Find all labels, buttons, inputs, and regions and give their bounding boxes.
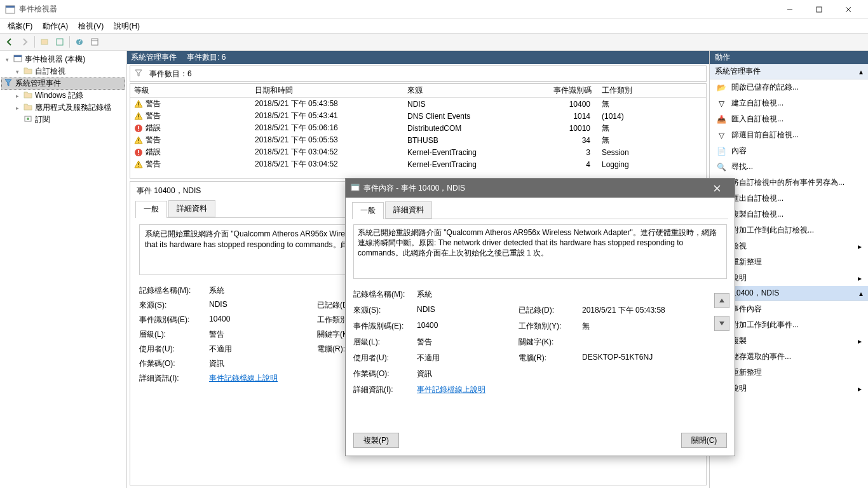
dlg-link-moreinfo[interactable]: 事件記錄檔線上說明: [417, 385, 485, 394]
dialog-close-button-bottom[interactable]: 關閉(C): [681, 433, 727, 448]
dlg-label-level: 層級(L):: [353, 337, 417, 348]
collapse-icon[interactable]: ▴: [859, 289, 863, 298]
window-minimize-button[interactable]: [775, 0, 804, 19]
toolbar: ?: [0, 33, 868, 51]
tree-root[interactable]: ▾ 事件檢視器 (本機): [1, 53, 125, 65]
filter-bar: 事件數目：6: [130, 65, 707, 82]
menu-file[interactable]: 檔案(F): [3, 20, 37, 33]
menu-view[interactable]: 檢視(V): [73, 20, 109, 33]
dialog-next-button[interactable]: [714, 316, 729, 331]
dialog-prev-button[interactable]: [714, 293, 729, 308]
folder-icon: [24, 90, 32, 101]
svg-point-15: [27, 118, 29, 120]
action-item[interactable]: 📄內容: [710, 143, 868, 159]
action-icon: 📄: [716, 146, 726, 156]
event-row[interactable]: 警告2018/5/21 下午 03:04:52Kernel-EventTraci…: [130, 158, 706, 170]
toolbar-help-button[interactable]: ?: [72, 35, 86, 49]
svg-rect-22: [138, 130, 139, 131]
svg-rect-6: [41, 39, 48, 44]
col-date[interactable]: 日期和時間: [251, 84, 403, 97]
dlg-value-source: NDIS: [417, 305, 519, 316]
dlg-value-taskcat: 無: [582, 321, 708, 332]
event-row[interactable]: 錯誤2018/5/21 下午 05:06:16DistributedCOM100…: [130, 122, 706, 134]
dlg-value-eventid: 10400: [417, 321, 519, 332]
event-properties-dialog: 事件內容 - 事件 10400，NDIS 一般 詳細資料 系統已開始重設網路介面…: [345, 178, 735, 456]
svg-rect-24: [138, 142, 139, 142]
action-item[interactable]: 🔍尋找...: [710, 159, 868, 175]
dlg-value-opcode: 資訊: [417, 369, 519, 379]
link-moreinfo[interactable]: 事件記錄檔線上說明: [209, 374, 278, 383]
col-level[interactable]: 等級: [130, 84, 251, 97]
actions-header: 動作: [710, 51, 868, 64]
action-item[interactable]: ▽建立自訂檢視...: [710, 95, 868, 111]
menu-action[interactable]: 動作(A): [37, 20, 73, 33]
action-icon: ▽: [716, 130, 726, 140]
event-row[interactable]: 警告2018/5/21 下午 05:43:58NDIS10400無: [130, 98, 706, 110]
navigation-tree: ▾ 事件檢視器 (本機) ▾ 自訂檢視 系統管理事件 ▸ Windows 記錄 …: [0, 51, 127, 488]
action-item[interactable]: 📥匯入自訂檢視...: [710, 111, 868, 127]
window-titlebar: 事件檢視器: [0, 0, 868, 19]
tab-general[interactable]: 一般: [135, 201, 167, 218]
svg-rect-7: [57, 39, 63, 45]
dlg-label-eventid: 事件識別碼(E):: [353, 321, 417, 332]
warning-icon: [134, 112, 143, 121]
action-item[interactable]: 📂開啟已儲存的記錄...: [710, 79, 868, 95]
event-grid: 等級 日期和時間 來源 事件識別碼 工作類別 警告2018/5/21 下午 05…: [130, 83, 707, 179]
toolbar-view-button[interactable]: [88, 35, 102, 49]
dialog-close-button[interactable]: [704, 179, 729, 198]
dialog-tab-details[interactable]: 詳細資料: [385, 201, 432, 219]
menubar: 檔案(F) 動作(A) 檢視(V) 說明(H): [0, 19, 868, 33]
subscription-icon: [24, 114, 32, 125]
event-row[interactable]: 警告2018/5/21 下午 05:05:53BTHUSB34無: [130, 134, 706, 146]
filter-icon: [4, 78, 13, 89]
dlg-label-user: 使用者(U):: [353, 353, 417, 363]
dialog-title: 事件內容 - 事件 10400，NDIS: [363, 183, 704, 194]
filter-icon[interactable]: [134, 69, 143, 79]
event-row[interactable]: 警告2018/5/21 下午 05:43:41DNS Client Events…: [130, 110, 706, 122]
folder-icon: [24, 102, 32, 113]
dialog-copy-button[interactable]: 複製(P): [353, 433, 399, 448]
folder-icon: [24, 66, 32, 77]
action-icon: 📥: [716, 114, 726, 125]
collapse-icon[interactable]: ▴: [859, 67, 863, 76]
tree-app-service-logs[interactable]: ▸ 應用程式及服務記錄檔: [1, 102, 125, 114]
dlg-label-keywords: 關鍵字(K):: [519, 337, 582, 348]
dlg-value-computer: DESKTOP-51KT6NJ: [582, 353, 708, 363]
nav-forward-button[interactable]: [18, 35, 32, 49]
svg-rect-26: [138, 150, 139, 153]
action-item[interactable]: ▽篩選目前自訂檢視...: [710, 127, 868, 143]
action-icon: 📂: [716, 83, 726, 93]
svg-rect-17: [138, 105, 139, 106]
tree-custom-views[interactable]: ▾ 自訂檢視: [1, 65, 125, 78]
col-task-category[interactable]: 工作類別: [594, 84, 683, 97]
actions-section-admin: 系統管理事件 ▴: [710, 64, 868, 79]
svg-rect-16: [138, 102, 139, 105]
chevron-right-icon: ▸: [858, 384, 862, 393]
toolbar-properties-button[interactable]: [37, 35, 51, 49]
col-source[interactable]: 來源: [403, 84, 550, 97]
svg-rect-23: [138, 139, 139, 141]
event-grid-header: 等級 日期和時間 來源 事件識別碼 工作類別: [130, 84, 706, 98]
app-icon: [5, 4, 15, 15]
menu-help[interactable]: 說明(H): [109, 20, 145, 33]
toolbar-refresh-button[interactable]: [53, 35, 67, 49]
dlg-value-user: 不適用: [417, 353, 519, 363]
event-row[interactable]: 錯誤2018/5/21 下午 03:04:52Kernel-EventTraci…: [130, 146, 706, 158]
value-logname: 系統: [209, 285, 317, 296]
warning-icon: [134, 160, 143, 169]
tab-details[interactable]: 詳細資料: [168, 200, 215, 217]
col-event-id[interactable]: 事件識別碼: [550, 84, 594, 97]
svg-rect-31: [351, 184, 359, 186]
svg-rect-19: [138, 118, 139, 118]
dialog-tab-general[interactable]: 一般: [352, 202, 384, 219]
nav-back-button[interactable]: [3, 35, 17, 49]
tree-admin-events[interactable]: 系統管理事件: [1, 78, 125, 90]
svg-rect-13: [14, 55, 22, 57]
window-close-button[interactable]: [834, 0, 863, 19]
window-maximize-button[interactable]: [804, 0, 834, 19]
window-title: 事件檢視器: [19, 4, 775, 15]
tree-windows-logs[interactable]: ▸ Windows 記錄: [1, 90, 125, 102]
value-user: 不適用: [209, 344, 317, 355]
tree-subscriptions[interactable]: 訂閱: [1, 114, 125, 126]
svg-rect-3: [817, 7, 822, 12]
